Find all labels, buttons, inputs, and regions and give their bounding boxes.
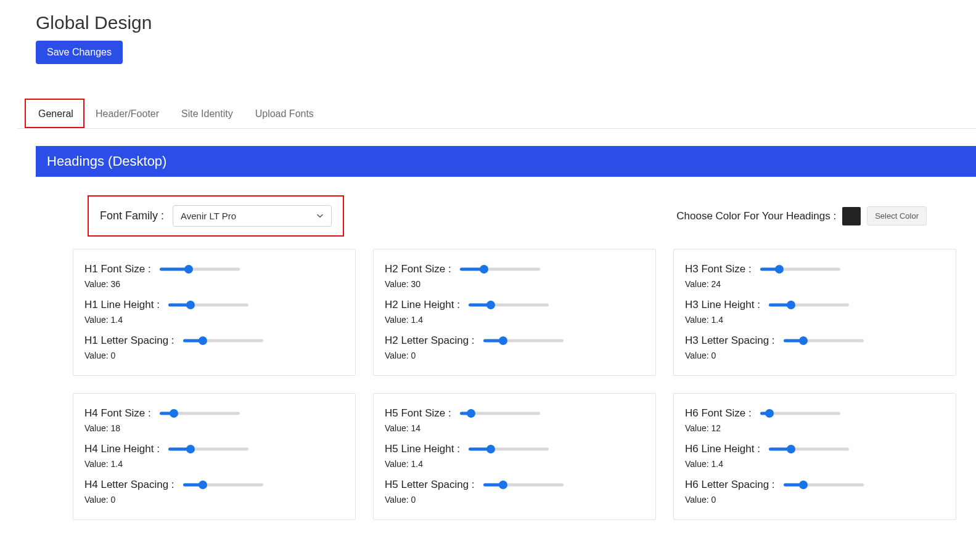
h3-line-height-slider[interactable]	[769, 301, 849, 309]
h6-letter-spacing-label: H6 Letter Spacing :	[685, 479, 775, 491]
heading-color-label: Choose Color For Your Headings :	[676, 210, 836, 222]
h4-font-size-label: H4 Font Size :	[84, 407, 151, 420]
tab-header-footer[interactable]: Header/Footer	[93, 101, 162, 128]
h4-font-size-value: Value: 18	[84, 423, 344, 433]
h1-line-height-value: Value: 1.4	[84, 315, 344, 325]
h1-font-size-label: H1 Font Size :	[84, 263, 151, 275]
h2-line-height-label: H2 Line Height :	[385, 299, 460, 311]
h3-font-size-slider-thumb[interactable]	[775, 265, 784, 274]
h4-font-size-slider-thumb[interactable]	[170, 409, 178, 418]
h4-font-size-slider[interactable]	[160, 409, 240, 418]
h2-font-size-slider[interactable]	[460, 265, 540, 274]
h6-letter-spacing-slider-thumb[interactable]	[799, 481, 808, 489]
h5-line-height-slider-thumb[interactable]	[486, 445, 495, 453]
h3-letter-spacing-label: H3 Letter Spacing :	[685, 335, 775, 347]
h3-font-size-label: H3 Font Size :	[685, 263, 752, 275]
h2-letter-spacing-label: H2 Letter Spacing :	[385, 335, 475, 347]
h4-letter-spacing-slider[interactable]	[183, 481, 263, 489]
h3-line-height-slider-thumb[interactable]	[787, 301, 795, 309]
h6-letter-spacing-slider[interactable]	[784, 481, 864, 489]
h4-line-height-value: Value: 1.4	[84, 459, 344, 469]
h5-font-size-value: Value: 14	[385, 423, 644, 433]
h1-letter-spacing-label: H1 Letter Spacing :	[84, 335, 174, 347]
h2-card: H2 Font Size :Value: 30H2 Line Height :V…	[373, 249, 656, 376]
tab-upload-fonts[interactable]: Upload Fonts	[253, 101, 316, 128]
h3-line-height-label: H3 Line Height :	[685, 299, 760, 311]
h2-letter-spacing-slider[interactable]	[483, 336, 564, 345]
h3-letter-spacing-value: Value: 0	[685, 351, 945, 360]
page-title: Global Design	[36, 12, 976, 33]
h4-letter-spacing-slider-thumb[interactable]	[199, 481, 207, 489]
h6-line-height-value: Value: 1.4	[685, 459, 945, 469]
h5-letter-spacing-slider[interactable]	[483, 481, 564, 489]
h6-line-height-label: H6 Line Height :	[685, 443, 760, 455]
tab-general[interactable]: General	[36, 101, 76, 128]
h6-line-height-slider[interactable]	[769, 445, 849, 453]
h1-card: H1 Font Size :Value: 36H1 Line Height :V…	[73, 249, 356, 376]
h2-line-height-value: Value: 1.4	[385, 315, 644, 325]
chevron-down-icon	[316, 211, 324, 221]
h6-font-size-slider[interactable]	[760, 409, 840, 418]
h4-letter-spacing-label: H4 Letter Spacing :	[84, 479, 174, 491]
tab-site-identity[interactable]: Site Identity	[179, 101, 236, 128]
h6-card: H6 Font Size :Value: 12H6 Line Height :V…	[673, 393, 956, 520]
h5-letter-spacing-label: H5 Letter Spacing :	[385, 479, 475, 491]
h5-card: H5 Font Size :Value: 14H5 Line Height :V…	[373, 393, 656, 520]
save-changes-button[interactable]: Save Changes	[36, 41, 123, 64]
h6-font-size-value: Value: 12	[685, 423, 945, 433]
h1-letter-spacing-slider[interactable]	[183, 336, 263, 345]
h6-font-size-slider-thumb[interactable]	[765, 409, 774, 418]
h5-letter-spacing-value: Value: 0	[385, 495, 644, 505]
h2-letter-spacing-slider-thumb[interactable]	[499, 336, 507, 345]
font-family-select[interactable]: Avenir LT Pro	[173, 205, 332, 227]
h6-letter-spacing-value: Value: 0	[685, 495, 945, 505]
h6-line-height-slider-thumb[interactable]	[787, 445, 795, 453]
h4-line-height-label: H4 Line Height :	[84, 443, 160, 455]
h3-letter-spacing-slider[interactable]	[784, 336, 864, 345]
h3-card: H3 Font Size :Value: 24H3 Line Height :V…	[673, 249, 956, 376]
tabs-bar: GeneralHeader/FooterSite IdentityUpload …	[17, 101, 976, 129]
h2-font-size-slider-thumb[interactable]	[480, 265, 488, 274]
h2-font-size-value: Value: 30	[385, 279, 644, 289]
h5-font-size-slider-thumb[interactable]	[467, 409, 475, 418]
h3-line-height-value: Value: 1.4	[685, 315, 945, 325]
h5-line-height-label: H5 Line Height :	[385, 443, 460, 455]
h4-letter-spacing-value: Value: 0	[84, 495, 344, 505]
h1-line-height-label: H1 Line Height :	[84, 299, 160, 311]
select-color-button[interactable]: Select Color	[867, 206, 927, 225]
h2-letter-spacing-value: Value: 0	[385, 351, 644, 360]
h5-font-size-slider[interactable]	[460, 409, 540, 418]
h1-font-size-slider-thumb[interactable]	[184, 265, 193, 274]
h4-line-height-slider[interactable]	[168, 445, 248, 453]
h1-letter-spacing-slider-thumb[interactable]	[199, 336, 207, 345]
h5-font-size-label: H5 Font Size :	[385, 407, 451, 420]
h2-font-size-label: H2 Font Size :	[385, 263, 451, 275]
h1-font-size-value: Value: 36	[84, 279, 344, 289]
h6-font-size-label: H6 Font Size :	[685, 407, 752, 420]
font-family-highlight-box: Font Family : Avenir LT Pro	[88, 195, 344, 237]
h4-line-height-slider-thumb[interactable]	[186, 445, 195, 453]
font-family-label: Font Family :	[100, 209, 164, 222]
h1-font-size-slider[interactable]	[160, 265, 240, 274]
h4-card: H4 Font Size :Value: 18H4 Line Height :V…	[73, 393, 356, 520]
h5-letter-spacing-slider-thumb[interactable]	[499, 481, 507, 489]
h3-font-size-value: Value: 24	[685, 279, 945, 289]
h1-line-height-slider-thumb[interactable]	[186, 301, 195, 309]
section-header-headings-desktop: Headings (Desktop)	[36, 146, 976, 177]
h5-line-height-slider[interactable]	[469, 445, 549, 453]
h1-letter-spacing-value: Value: 0	[84, 351, 344, 360]
h5-line-height-value: Value: 1.4	[385, 459, 644, 469]
font-family-selected-value: Avenir LT Pro	[181, 211, 236, 221]
h2-line-height-slider-thumb[interactable]	[486, 301, 495, 309]
heading-color-swatch[interactable]	[842, 207, 861, 225]
h3-font-size-slider[interactable]	[760, 265, 840, 274]
h1-line-height-slider[interactable]	[168, 301, 248, 309]
h2-line-height-slider[interactable]	[469, 301, 549, 309]
h3-letter-spacing-slider-thumb[interactable]	[799, 336, 808, 345]
